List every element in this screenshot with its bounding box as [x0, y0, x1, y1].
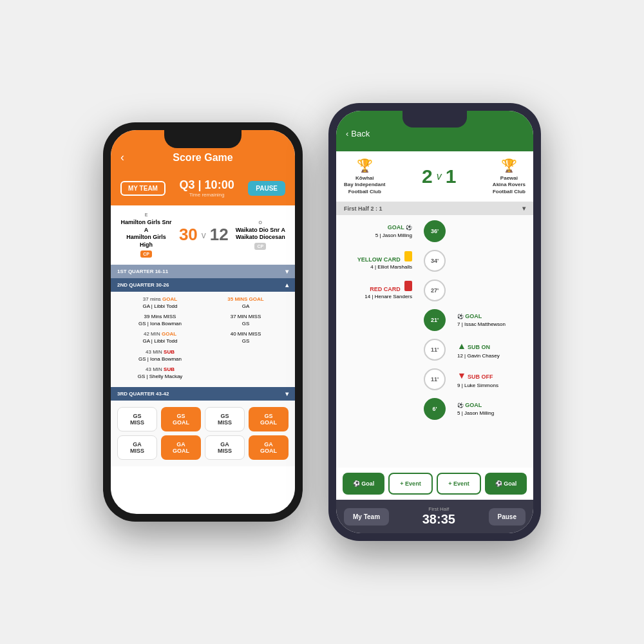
p1-ga-goal-btn-1[interactable]: GAGOAL	[161, 435, 201, 460]
p2-pause-button[interactable]: Pause	[489, 508, 526, 526]
p2-goal-icon-21: ⚽	[457, 314, 464, 319]
phone2-notch	[402, 111, 467, 128]
p2-event-red-27: RED CARD 14 | Henare Sanders 27'	[344, 279, 526, 301]
p1-score-left: 30	[179, 225, 198, 245]
p2-suboff-label: SUB OFF	[468, 374, 493, 380]
p1-quarter3-label: 3RD QUARTER 43-42	[117, 391, 169, 397]
p1-quarter2-bar[interactable]: 2ND QUARTER 30-26 ▴	[111, 278, 295, 292]
p1-cp-badge-right: CP	[254, 243, 266, 250]
p2-event-center-36: 36'	[419, 220, 451, 242]
p2-event-right-subon: ▲ SUB ON 12 | Gavin Chasey	[451, 340, 526, 360]
p1-my-team-button[interactable]: MY TEAM	[120, 181, 166, 196]
p2-team-left-name: Kōwhai Bay Independant Football Club	[344, 175, 385, 195]
p2-back-label: Back	[351, 129, 370, 138]
p1-quarter1-bar[interactable]: 1ST QUARTER 16-11 ▾	[111, 265, 295, 278]
p1-ga-goal-btn-2[interactable]: GAGOAL	[249, 435, 289, 460]
p2-event-btn-2[interactable]: + Event	[437, 473, 481, 495]
p2-goal-icon-6: ⚽	[457, 402, 464, 408]
p1-cp-badge-left: CP	[140, 251, 152, 258]
phone2-screen: ‹ Back 🏆 Kōwhai Bay Independant Football…	[336, 111, 533, 533]
p2-suboff-arrow: ▼	[457, 370, 466, 381]
phone1-notch	[164, 130, 242, 148]
p2-half-label: First Half 2 : 1	[344, 205, 383, 212]
p1-quarter1-label: 1ST QUARTER 16-11	[117, 269, 168, 274]
p2-red-player: 14 | Henare Sanders	[365, 294, 412, 299]
p2-score-right: 1	[446, 166, 457, 187]
p2-goal-btn-left[interactable]: ⚽ Goal	[343, 473, 384, 495]
p1-quarter2-label: 2ND QUARTER 30-26	[117, 282, 169, 288]
p2-team-left: 🏆 Kōwhai Bay Independant Football Club	[344, 158, 385, 195]
p2-goal-icon-36: ⚽	[406, 225, 412, 231]
p1-timer-row: MY TEAM Q3 | 10:00 Time remaining PAUSE	[111, 173, 295, 205]
event-left-5: 43 MIN SUBGS | Shelly Mackay	[117, 366, 203, 380]
p2-timeline: GOAL ⚽ 5 | Jason Milling 36' YELLOW CARD…	[336, 215, 533, 468]
p2-event-goal-6: 6' ⚽ GOAL 5 | Jason Milling	[344, 398, 526, 420]
p2-score-center: 2 v 1	[422, 166, 456, 187]
p2-event-center-subon: 11'	[419, 339, 451, 361]
event-left-4: 43 MIN SUBGS | Iona Bowman	[117, 348, 203, 363]
p2-red-card-icon	[404, 281, 412, 291]
p1-ga-miss-btn-2[interactable]: GAMISS	[205, 435, 245, 460]
p2-goal-player-36: 5 | Jason Milling	[375, 232, 412, 238]
p2-team-right: 🏆 Paewai Akina Rovers Football Club	[493, 158, 526, 195]
p1-gs-goal-btn-1[interactable]: GSGOAL	[161, 407, 201, 431]
p1-score-right: 12	[210, 225, 229, 245]
p2-time-circle-27: 27'	[424, 279, 446, 301]
p2-time-circle-subon: 11'	[424, 339, 446, 361]
p2-goal-btn-right[interactable]: ⚽ Goal	[485, 473, 527, 495]
phone2: ‹ Back 🏆 Kōwhai Bay Independant Football…	[328, 103, 541, 541]
event-right-2: 37 MIN MISSGS	[203, 313, 289, 327]
event-right-4	[203, 348, 289, 363]
p2-event-right-6: ⚽ GOAL 5 | Jason Milling	[451, 401, 526, 417]
p1-scores: E Hamilton Girls Snr A Hamilton Girls Hi…	[111, 205, 295, 265]
p2-match-info: 🏆 Kōwhai Bay Independant Football Club 2…	[336, 151, 533, 202]
p2-bottom-time: 38:35	[422, 512, 455, 527]
p2-goal-player-21: 7 | Issac Matthewson	[457, 321, 506, 327]
p2-back-button[interactable]: ‹ Back	[346, 129, 524, 138]
p2-my-team-button[interactable]: My Team	[344, 508, 389, 526]
p2-bottom-half-label: First Half	[422, 506, 455, 512]
p2-event-btn-1[interactable]: + Event	[388, 473, 433, 495]
p1-quarter3-chevron: ▾	[285, 390, 289, 397]
p2-yellow-label: YELLOW CARD	[357, 256, 401, 263]
p1-quarter2-chevron: ▴	[285, 281, 289, 289]
p2-subon-player: 12 | Gavin Chasey	[457, 353, 500, 359]
p2-back-chevron: ‹	[346, 129, 348, 138]
p2-time-circle-suboff: 11'	[424, 368, 446, 390]
event-right-1: 35 MINS GOALGA	[203, 296, 289, 310]
p1-team-left: E Hamilton Girls Snr A Hamilton Girls Hi…	[120, 212, 172, 258]
p1-gs-miss-btn-1[interactable]: GSMISS	[117, 407, 157, 431]
p2-event-left-27: RED CARD 14 | Henare Sanders	[344, 281, 419, 301]
p2-event-label-goal-21: GOAL	[465, 313, 482, 319]
p1-score-label-right: O	[236, 220, 285, 225]
p2-event-center-suboff: 11'	[419, 368, 451, 390]
p2-event-label-goal-36: GOAL	[388, 224, 404, 231]
event-row-4: 43 MIN SUBGS | Iona Bowman	[117, 348, 289, 363]
p1-timer-display: Q3 | 10:00	[180, 178, 234, 192]
p1-gs-goal-btn-2[interactable]: GSGOAL	[249, 407, 289, 431]
p1-title: Score Game	[120, 152, 285, 164]
event-right-5	[203, 366, 289, 380]
p1-score-buttons: GSMISS GSGOAL GSMISS GSGOAL GAMISS GAGOA…	[111, 401, 295, 466]
event-row-2: 39 Mins MISSGS | Iona Bowman 37 MIN MISS…	[117, 313, 289, 327]
p2-bottom-timer: First Half 38:35	[422, 506, 455, 527]
p2-yellow-card-icon	[404, 251, 412, 261]
p2-event-left-36: GOAL ⚽ 5 | Jason Milling	[344, 223, 419, 239]
p2-event-center-21: 21'	[419, 309, 451, 331]
p1-ga-miss-btn-1[interactable]: GAMISS	[117, 435, 157, 460]
p1-back-button[interactable]: ‹	[120, 151, 124, 164]
p2-half-bar[interactable]: First Half 2 : 1 ▾	[336, 202, 533, 215]
p2-event-subon-11: 11' ▲ SUB ON 12 | Gavin Chasey	[344, 339, 526, 361]
p1-score-label-left: E	[120, 212, 172, 218]
p2-event-center-6: 6'	[419, 398, 451, 420]
p1-gs-miss-btn-2[interactable]: GSMISS	[205, 407, 245, 431]
p1-quarter3-bar[interactable]: 3RD QUARTER 43-42 ▾	[111, 387, 295, 401]
p2-yellow-player: 4 | Elliot Marshalls	[370, 264, 412, 270]
event-row-1: 37 mins GOALGA | Libbi Todd 35 MINS GOAL…	[117, 296, 289, 310]
p2-subon-arrow: ▲	[457, 341, 466, 351]
p2-event-label-goal-6: GOAL	[465, 402, 482, 408]
p1-pause-button[interactable]: PAUSE	[248, 181, 285, 196]
p1-score-v: v	[202, 230, 206, 240]
event-left-2: 39 Mins MISSGS | Iona Bowman	[117, 313, 203, 327]
event-row-5: 43 MIN SUBGS | Shelly Mackay	[117, 366, 289, 380]
